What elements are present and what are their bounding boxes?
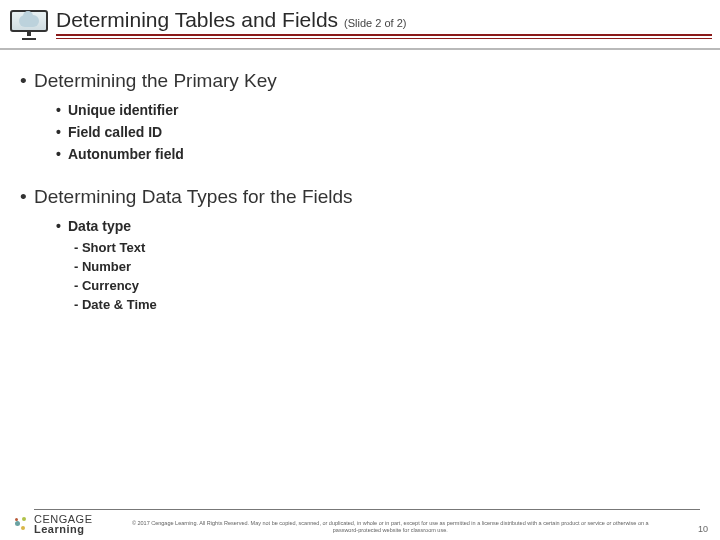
type-item: - Date & Time [74, 297, 700, 312]
copyright-text: © 2017 Cengage Learning. All Rights Rese… [101, 520, 680, 534]
slide-subtitle: (Slide 2 of 2) [344, 17, 406, 29]
cengage-logo: CENGAGE Learning [12, 514, 93, 534]
sub-bullet: Unique identifier [56, 102, 700, 118]
sub-bullet: Autonumber field [56, 146, 700, 162]
bullet-primary-key: Determining the Primary Key [20, 70, 700, 92]
sub-bullet: Field called ID [56, 124, 700, 140]
logo-icon [12, 515, 30, 533]
slide-header: Determining Tables and Fields (Slide 2 o… [0, 0, 720, 44]
page-number: 10 [688, 524, 708, 534]
slide-footer: CENGAGE Learning © 2017 Cengage Learning… [0, 514, 720, 534]
type-item: - Short Text [74, 240, 700, 255]
logo-text-2: Learning [34, 524, 93, 534]
slide-title: Determining Tables and Fields [56, 8, 338, 32]
monitor-cloud-icon [8, 6, 50, 40]
bullet-data-types: Determining Data Types for the Fields [20, 186, 700, 208]
type-item: - Number [74, 259, 700, 274]
footer-divider [34, 509, 700, 510]
type-item: - Currency [74, 278, 700, 293]
sub-bullet: Data type [56, 218, 700, 234]
slide-content: Determining the Primary Key Unique ident… [0, 50, 720, 312]
